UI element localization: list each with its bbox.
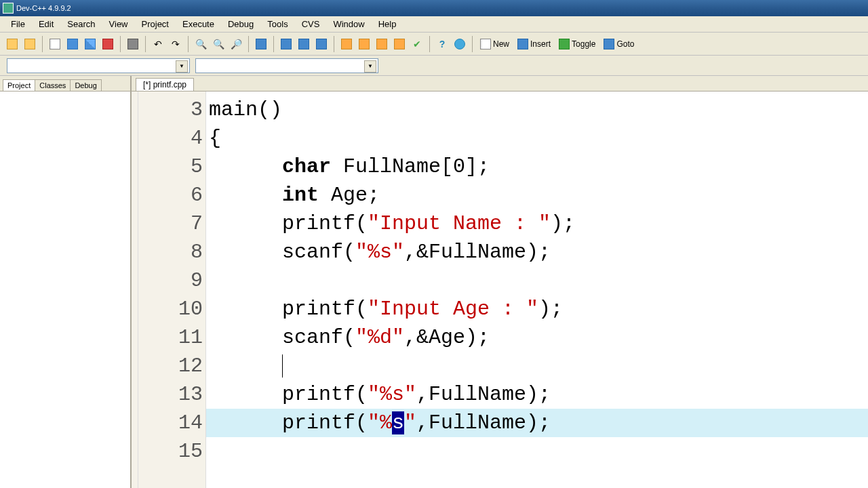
new-label: New bbox=[493, 39, 509, 49]
toolbar: ↶ ↷ 🔍 🔍 🔎 ✔ ? New Insert Toggle Goto bbox=[0, 33, 868, 56]
menu-tools[interactable]: Tools bbox=[260, 18, 294, 30]
profile-icon bbox=[376, 39, 387, 49]
save-all-icon bbox=[85, 39, 96, 49]
code-editor[interactable]: 3456789101112131415 main(){ char FullNam… bbox=[132, 91, 868, 488]
insert-menu-button[interactable]: Insert bbox=[514, 36, 554, 52]
find-next-icon: 🔎 bbox=[231, 39, 242, 49]
menu-project[interactable]: Project bbox=[135, 18, 176, 30]
undo-icon: ↶ bbox=[154, 39, 162, 49]
help-icon: ? bbox=[439, 39, 446, 49]
redo-icon: ↷ bbox=[172, 39, 180, 49]
goto2-icon bbox=[604, 39, 614, 49]
toggle-label: Toggle bbox=[572, 39, 595, 49]
menu-window[interactable]: Window bbox=[326, 18, 371, 30]
save-icon bbox=[67, 39, 78, 49]
close-button[interactable] bbox=[100, 36, 116, 52]
check-button[interactable]: ✔ bbox=[409, 36, 425, 52]
combo-bar bbox=[0, 56, 868, 76]
grid-button[interactable] bbox=[391, 36, 408, 52]
check-icon: ✔ bbox=[413, 39, 421, 49]
open-button[interactable] bbox=[4, 36, 20, 52]
replace-icon: 🔍 bbox=[213, 39, 224, 49]
class-combo[interactable] bbox=[7, 58, 190, 73]
window-title: Dev-C++ 4.9.9.2 bbox=[16, 4, 71, 12]
menubar: File Edit Search View Project Execute De… bbox=[0, 16, 868, 33]
compile-icon bbox=[281, 39, 292, 49]
function-combo[interactable] bbox=[195, 58, 378, 73]
print-icon bbox=[127, 39, 138, 49]
goto-line-button[interactable] bbox=[253, 36, 269, 52]
new-file-button[interactable] bbox=[47, 36, 63, 52]
compile-button[interactable] bbox=[278, 36, 294, 52]
tab-classes[interactable]: Classes bbox=[35, 79, 71, 91]
toggle-menu-button[interactable]: Toggle bbox=[555, 36, 599, 52]
rebuild-button[interactable] bbox=[338, 36, 355, 52]
compile-run-icon bbox=[316, 39, 327, 49]
compile-run-button[interactable] bbox=[313, 36, 330, 52]
debug-button[interactable] bbox=[356, 36, 372, 52]
menu-help[interactable]: Help bbox=[372, 18, 403, 30]
new-menu-button[interactable]: New bbox=[477, 36, 513, 52]
tab-debug[interactable]: Debug bbox=[70, 79, 101, 91]
run-button[interactable] bbox=[296, 36, 312, 52]
replace-button[interactable]: 🔍 bbox=[210, 36, 226, 52]
rebuild-icon bbox=[341, 39, 352, 49]
toggle-icon bbox=[559, 39, 570, 49]
print-button[interactable] bbox=[125, 36, 141, 52]
about-button[interactable] bbox=[452, 36, 468, 52]
redo-button[interactable]: ↷ bbox=[167, 36, 184, 52]
debug-icon bbox=[359, 39, 370, 49]
about-icon bbox=[454, 39, 465, 49]
code-content[interactable]: main(){ char FullName[0]; int Age; print… bbox=[206, 92, 868, 488]
folder-icon bbox=[24, 39, 35, 49]
goto-label: Goto bbox=[616, 39, 634, 49]
undo-button[interactable]: ↶ bbox=[150, 36, 166, 52]
profile-button[interactable] bbox=[374, 36, 390, 52]
insert-icon bbox=[517, 39, 528, 49]
menu-view[interactable]: View bbox=[102, 18, 135, 30]
sidebar-body bbox=[0, 91, 130, 488]
menu-search[interactable]: Search bbox=[60, 18, 102, 30]
titlebar: Dev-C++ 4.9.9.2 bbox=[0, 0, 868, 16]
save-all-button[interactable] bbox=[82, 36, 98, 52]
folder-open-icon bbox=[7, 39, 18, 49]
editor-margin bbox=[132, 92, 138, 488]
file-tab[interactable]: [*] printf.cpp bbox=[136, 78, 194, 91]
menu-edit[interactable]: Edit bbox=[32, 18, 60, 30]
close-icon bbox=[102, 39, 113, 49]
tab-project[interactable]: Project bbox=[3, 79, 35, 91]
goto-menu-button[interactable]: Goto bbox=[600, 36, 637, 52]
new-icon bbox=[480, 39, 491, 49]
grid-icon bbox=[394, 39, 405, 49]
sidebar: Project Classes Debug bbox=[0, 76, 132, 488]
app-icon bbox=[3, 3, 14, 14]
find-next-button[interactable]: 🔎 bbox=[228, 36, 244, 52]
save-button[interactable] bbox=[64, 36, 81, 52]
menu-file[interactable]: File bbox=[4, 18, 32, 30]
insert-label: Insert bbox=[530, 39, 551, 49]
open-project-button[interactable] bbox=[22, 36, 38, 52]
find-icon: 🔍 bbox=[195, 39, 207, 49]
help-button[interactable]: ? bbox=[434, 36, 450, 52]
new-file-icon bbox=[50, 39, 60, 49]
menu-debug[interactable]: Debug bbox=[221, 18, 260, 30]
menu-execute[interactable]: Execute bbox=[176, 18, 221, 30]
run-icon bbox=[298, 39, 309, 49]
goto-icon bbox=[256, 39, 267, 49]
find-button[interactable]: 🔍 bbox=[193, 36, 209, 52]
menu-cvs[interactable]: CVS bbox=[295, 18, 327, 30]
line-gutter: 3456789101112131415 bbox=[138, 92, 206, 488]
